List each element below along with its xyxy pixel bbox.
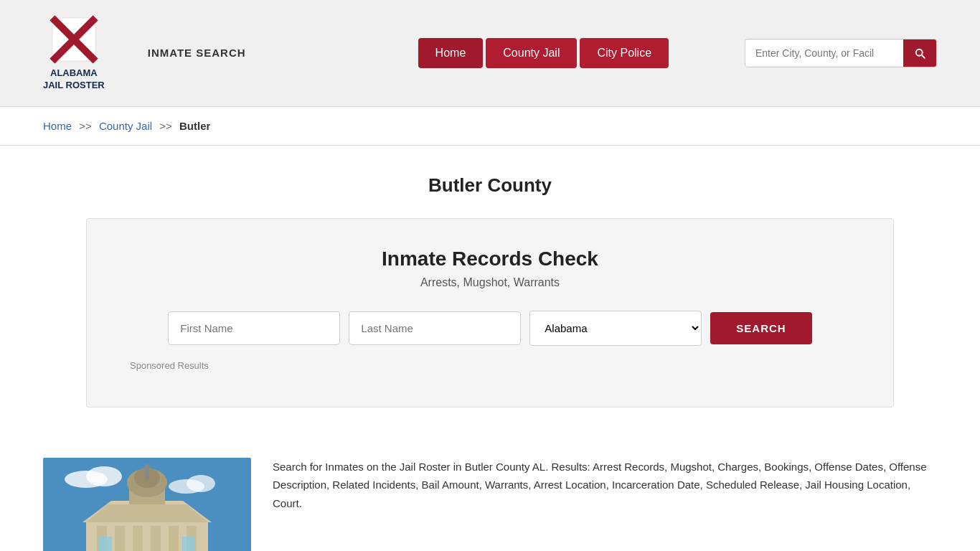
svg-rect-28 [99, 537, 112, 551]
header-search-button[interactable] [903, 39, 936, 67]
header-search-input[interactable] [745, 40, 903, 66]
breadcrumb-county-jail-link[interactable]: County Jail [99, 120, 152, 132]
breadcrumb-sep-1: >> [79, 120, 92, 132]
svg-marker-19 [86, 504, 208, 522]
svg-rect-14 [133, 526, 143, 551]
svg-point-9 [187, 475, 215, 492]
svg-rect-15 [151, 526, 161, 551]
header: ALABAMA JAIL ROSTER INMATE SEARCH Home C… [0, 0, 980, 107]
sponsored-results-label: Sponsored Results [130, 360, 850, 371]
svg-point-7 [86, 466, 122, 486]
last-name-input[interactable] [349, 311, 521, 345]
bottom-section: Search for Inmates on the Jail Roster in… [0, 436, 980, 551]
svg-rect-13 [115, 526, 125, 551]
breadcrumb-current: Butler [179, 120, 210, 132]
state-select[interactable]: AlabamaAlaskaArizonaArkansasCaliforniaCo… [529, 311, 702, 346]
search-icon [913, 47, 926, 60]
svg-point-24 [144, 464, 150, 470]
records-title: Inmate Records Check [130, 248, 850, 270]
header-search-bar [745, 39, 937, 67]
logo-text: ALABAMA JAIL ROSTER [43, 67, 105, 92]
breadcrumb-sep-2: >> [159, 120, 172, 132]
svg-rect-16 [169, 526, 179, 551]
nav-buttons: Home County Jail City Police [418, 38, 669, 68]
logo-area: ALABAMA JAIL ROSTER [43, 14, 105, 92]
main-content: Butler County Inmate Records Check Arres… [0, 146, 980, 436]
inmate-search-label: INMATE SEARCH [148, 47, 246, 59]
first-name-input[interactable] [168, 311, 340, 345]
courthouse-svg [43, 458, 251, 551]
svg-rect-29 [182, 537, 194, 551]
records-check-box: Inmate Records Check Arrests, Mugshot, W… [86, 218, 894, 408]
breadcrumb-home-link[interactable]: Home [43, 120, 72, 132]
nav-city-police-button[interactable]: City Police [580, 38, 669, 68]
breadcrumb: Home >> County Jail >> Butler [0, 107, 980, 146]
alabama-flag-icon [49, 14, 99, 65]
nav-home-button[interactable]: Home [418, 38, 484, 68]
nav-county-jail-button[interactable]: County Jail [486, 38, 577, 68]
records-search-button[interactable]: SEARCH [710, 312, 811, 344]
records-subtitle: Arrests, Mugshot, Warrants [130, 276, 850, 289]
courthouse-image [43, 458, 251, 551]
page-title: Butler County [43, 174, 937, 197]
bottom-description: Search for Inmates on the Jail Roster in… [273, 458, 937, 551]
records-form: AlabamaAlaskaArizonaArkansasCaliforniaCo… [130, 311, 850, 346]
